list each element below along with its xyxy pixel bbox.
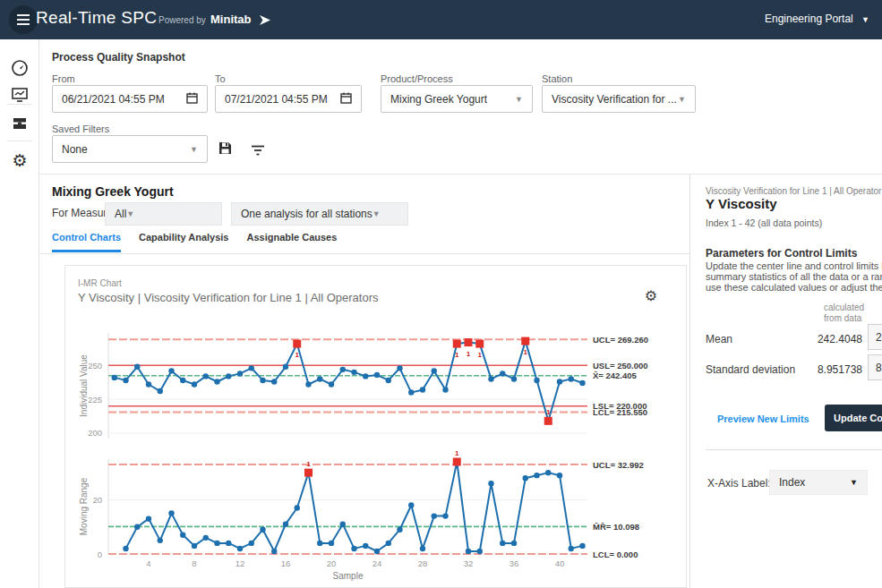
data-point[interactable] xyxy=(442,513,448,518)
data-point[interactable] xyxy=(249,365,254,371)
hamburger-menu-icon[interactable] xyxy=(9,5,38,34)
data-point[interactable] xyxy=(249,541,254,546)
calendar-icon[interactable] xyxy=(340,92,352,107)
data-point[interactable] xyxy=(134,524,140,530)
data-point[interactable] xyxy=(534,378,539,383)
data-point[interactable] xyxy=(500,541,505,546)
failed-data-point[interactable] xyxy=(521,337,529,345)
data-point[interactable] xyxy=(134,364,140,370)
portal-menu-button[interactable]: Engineering Portal ▼ xyxy=(765,13,869,25)
data-point[interactable] xyxy=(271,379,277,384)
data-point[interactable] xyxy=(180,378,185,383)
data-point[interactable] xyxy=(511,541,517,546)
tab-capability-analysis[interactable]: Capability Analysis xyxy=(139,232,228,252)
data-point[interactable] xyxy=(214,379,219,384)
data-point[interactable] xyxy=(340,367,346,372)
from-date-input[interactable]: 06/21/2021 04:55 PM xyxy=(52,85,208,113)
data-point[interactable] xyxy=(123,546,128,551)
failed-data-point[interactable] xyxy=(453,340,461,348)
data-point[interactable] xyxy=(408,502,414,507)
data-point[interactable] xyxy=(351,546,356,551)
data-point[interactable] xyxy=(168,510,174,516)
data-point[interactable] xyxy=(500,371,505,376)
data-point[interactable] xyxy=(432,368,437,373)
data-point[interactable] xyxy=(351,370,356,375)
standard-deviation-input[interactable] xyxy=(868,354,882,380)
x-axis-label-select[interactable]: Index ▼ xyxy=(769,470,868,495)
data-point[interactable] xyxy=(214,541,219,546)
data-point[interactable] xyxy=(397,527,402,533)
to-date-input[interactable]: 07/21/2021 04:55 PM xyxy=(215,85,362,113)
data-point[interactable] xyxy=(226,373,231,379)
data-point[interactable] xyxy=(408,389,414,395)
failed-data-point[interactable] xyxy=(475,340,484,348)
data-point[interactable] xyxy=(146,381,151,387)
data-point[interactable] xyxy=(569,376,574,381)
data-point[interactable] xyxy=(557,379,562,384)
failed-data-point[interactable] xyxy=(453,458,461,466)
update-control-limits-button[interactable]: Update Control Limits xyxy=(825,405,882,431)
calendar-icon[interactable] xyxy=(186,92,198,107)
data-point[interactable] xyxy=(180,533,185,538)
failed-data-point[interactable] xyxy=(293,340,301,348)
data-point[interactable] xyxy=(317,541,322,546)
data-point[interactable] xyxy=(579,380,585,386)
storage-box-icon[interactable] xyxy=(11,115,29,132)
data-point[interactable] xyxy=(158,388,163,394)
data-point[interactable] xyxy=(579,543,585,549)
data-point[interactable] xyxy=(271,549,277,554)
data-point[interactable] xyxy=(466,549,471,554)
data-point[interactable] xyxy=(329,381,334,387)
data-point[interactable] xyxy=(569,546,574,551)
data-point[interactable] xyxy=(203,373,209,379)
failed-data-point[interactable] xyxy=(544,417,552,425)
data-point[interactable] xyxy=(374,549,380,554)
data-point[interactable] xyxy=(477,549,483,554)
data-point[interactable] xyxy=(363,543,368,549)
filter-icon[interactable] xyxy=(251,143,265,159)
analysis-mode-select[interactable]: One analysis for all stations ▼ xyxy=(231,202,408,226)
data-point[interactable] xyxy=(112,375,117,380)
tab-assignable-causes[interactable]: Assignable Causes xyxy=(246,232,337,252)
data-point[interactable] xyxy=(488,481,493,486)
data-point[interactable] xyxy=(192,381,197,387)
failed-data-point[interactable] xyxy=(465,338,473,346)
dashboard-gauge-icon[interactable] xyxy=(11,59,29,77)
data-point[interactable] xyxy=(226,541,231,546)
data-point[interactable] xyxy=(557,473,562,478)
data-point[interactable] xyxy=(420,387,425,392)
data-point[interactable] xyxy=(317,376,322,381)
data-point[interactable] xyxy=(158,538,163,543)
data-point[interactable] xyxy=(397,365,402,371)
data-point[interactable] xyxy=(237,546,243,551)
data-point[interactable] xyxy=(146,516,151,521)
data-point[interactable] xyxy=(305,381,311,387)
settings-gear-icon[interactable]: ⚙ xyxy=(11,152,29,170)
data-point[interactable] xyxy=(168,368,174,373)
data-point[interactable] xyxy=(374,372,380,378)
data-point[interactable] xyxy=(534,473,539,478)
data-point[interactable] xyxy=(545,470,551,475)
preview-new-limits-link[interactable]: Preview New Limits xyxy=(717,413,809,424)
mean-input[interactable] xyxy=(868,324,882,350)
data-point[interactable] xyxy=(283,364,288,370)
data-point[interactable] xyxy=(329,541,334,546)
data-point[interactable] xyxy=(237,371,243,376)
chart-settings-gear-icon[interactable]: ⚙ xyxy=(645,289,657,303)
tab-control-charts[interactable]: Control Charts xyxy=(52,232,121,252)
data-point[interactable] xyxy=(386,541,391,546)
failed-data-point[interactable] xyxy=(304,469,313,477)
station-select[interactable]: Viscosity Verification for ... ▼ xyxy=(542,85,696,113)
data-point[interactable] xyxy=(420,546,425,551)
data-point[interactable] xyxy=(340,521,346,526)
product-process-select[interactable]: Mixing Greek Yogurt ▼ xyxy=(381,85,533,113)
data-point[interactable] xyxy=(203,535,209,541)
measure-select[interactable]: All ▼ xyxy=(105,202,222,226)
data-point[interactable] xyxy=(295,505,300,510)
data-point[interactable] xyxy=(123,378,128,383)
data-point[interactable] xyxy=(192,543,197,549)
data-point[interactable] xyxy=(523,475,528,481)
data-point[interactable] xyxy=(283,521,288,526)
data-point[interactable] xyxy=(260,527,265,533)
data-point[interactable] xyxy=(260,378,265,383)
